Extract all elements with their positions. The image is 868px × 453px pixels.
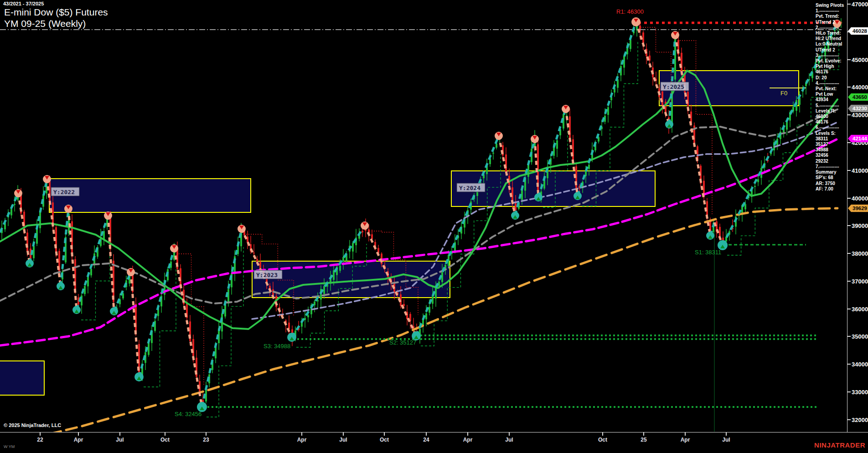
- info-panel-line: 46176: [816, 69, 848, 75]
- info-panel-line: 5.-------------: [816, 103, 848, 108]
- info-panel-line: Pvt. Next:: [816, 86, 848, 92]
- info-panel-line: 43934: [816, 97, 848, 103]
- time-tick-label: Oct: [380, 437, 389, 443]
- down-candle-body: [371, 234, 373, 239]
- up-candle-body: [492, 153, 494, 154]
- up-candle-body: [556, 140, 558, 149]
- time-tick-label: Apr: [297, 437, 307, 443]
- price-tick-label: 47000: [852, 1, 868, 8]
- time-tick-label: Jul: [505, 437, 513, 443]
- down-candle-body: [192, 339, 194, 356]
- price-marker-tag: 39629: [848, 205, 868, 212]
- info-panel-line: 2.-------------: [816, 25, 848, 31]
- ninjatrader-chart-window: R1: 46300S1: 38311S2: 35127S3: 34988S4: …: [0, 0, 868, 453]
- info-panel-line: SP's: 68: [816, 175, 848, 180]
- down-candle-body: [505, 154, 507, 172]
- time-tick: [509, 432, 510, 436]
- up-candle-body: [342, 257, 344, 262]
- price-tick-label: 40000: [852, 195, 868, 202]
- price-tick: [847, 336, 851, 337]
- upswing-line: [202, 229, 242, 407]
- time-tick: [643, 432, 644, 436]
- level-label-S4: S4: 32456: [175, 411, 202, 417]
- up-candle-body: [754, 186, 756, 187]
- price-tick: [847, 309, 851, 309]
- chart-canvas[interactable]: R1: 46300S1: 38311S2: 35127S3: 34988S4: …: [0, 0, 847, 432]
- info-panel-line: 46176: [816, 119, 848, 125]
- stop-trail-down-steps: [179, 254, 204, 386]
- down-candle-body: [26, 232, 28, 251]
- time-tick: [726, 432, 727, 436]
- info-panel-line: 3.-------------: [816, 53, 848, 58]
- time-tick-label: Jul: [722, 437, 730, 443]
- level-label-S1: S1: 38311: [695, 249, 721, 256]
- price-tick: [847, 225, 851, 226]
- info-panel-line: AF: 7.00: [816, 186, 848, 192]
- price-tick-label: 33000: [852, 389, 868, 396]
- year-chip-label: Y:2024: [459, 185, 480, 191]
- up-candle-body: [786, 122, 788, 130]
- up-candle-body: [352, 243, 354, 252]
- time-tick-label: 23: [203, 437, 209, 443]
- up-candle-body: [339, 266, 341, 271]
- year-chip-label: Y:2025: [663, 83, 684, 90]
- price-tick-label: 41000: [852, 167, 868, 174]
- time-tick-label: Oct: [598, 437, 607, 443]
- downswing-line: [174, 248, 202, 407]
- info-panel-line: AR: 3750: [816, 181, 848, 186]
- info-panel-line: UTrend 2: [816, 20, 848, 25]
- down-candle-body: [681, 53, 682, 74]
- swing-pivots-info-panel: Swing Pivots1.-------------Pvt. Trend:UT…: [816, 3, 848, 192]
- time-tick: [602, 432, 603, 436]
- price-tick: [847, 364, 851, 365]
- level-label-R1: R1: 46300: [616, 8, 644, 15]
- info-panel-line: Hi:2 UTrend: [816, 36, 848, 41]
- info-panel-line: 7.-------------: [816, 164, 848, 170]
- price-tick-label: 44000: [852, 84, 868, 91]
- info-panel-line: Pvt Low: [816, 92, 848, 97]
- price-marker-tag: 43650: [848, 93, 868, 101]
- copyright-text: © 2025 NinjaTrader, LLC: [4, 422, 61, 428]
- time-tick-label: Apr: [463, 437, 473, 443]
- level-label-S2: S2: 35127: [389, 339, 416, 346]
- time-axis[interactable]: 22AprJulOct23AprJulOct24AprJulOct25AprJu…: [0, 432, 868, 453]
- ninjatrader-logo: NINJATRADER: [814, 441, 865, 449]
- info-panel-line: 6.-------------: [816, 125, 848, 130]
- up-candle-body: [10, 209, 12, 216]
- info-panel-line: Pvt. Trend:: [816, 14, 848, 19]
- time-tick-label: 24: [423, 437, 429, 443]
- up-candle-body: [607, 107, 609, 115]
- down-candle-body: [687, 92, 689, 106]
- down-candle-body: [247, 237, 248, 242]
- chart-title-line1: E-mini Dow ($5) Futures: [4, 6, 108, 18]
- price-tick: [847, 253, 851, 254]
- bar-range-label: 43/2021 - 37/2025: [3, 1, 44, 6]
- info-panel-line: Levels S:: [816, 131, 848, 136]
- upswing-line: [30, 179, 47, 263]
- info-panel-line: HiLo Trend:: [816, 31, 848, 36]
- price-marker-tag: 42144: [848, 135, 868, 143]
- time-tick-label: 22: [37, 437, 43, 443]
- info-panel-line: Levels R:: [816, 108, 848, 114]
- time-tick: [384, 432, 385, 436]
- time-tick-label: Apr: [74, 437, 83, 443]
- up-candle-body: [425, 314, 427, 319]
- price-axis[interactable]: 4700046000450004400043000420004100040000…: [847, 0, 868, 432]
- chart-title: E-mini Dow ($5) Futures YM 09-25 (Weekly…: [4, 6, 108, 29]
- upswing-line: [0, 193, 18, 232]
- level-label-S3: S3: 34988: [264, 343, 290, 350]
- time-tick: [426, 432, 427, 436]
- instrument-tag: W YM: [4, 444, 15, 449]
- up-candle-body: [432, 295, 434, 304]
- price-marker-tag: 46028: [848, 27, 868, 35]
- upswing-line: [416, 136, 499, 336]
- price-tick: [847, 391, 851, 392]
- info-panel-line: 32456: [816, 153, 848, 158]
- info-panel-line: 1.-------------: [816, 8, 848, 14]
- price-tick-label: 45000: [852, 57, 868, 63]
- price-tick: [847, 198, 851, 199]
- upswing-line: [61, 209, 68, 286]
- up-candle-body: [744, 204, 746, 210]
- down-candle-body: [256, 259, 258, 262]
- price-tick-label: 36000: [852, 306, 868, 313]
